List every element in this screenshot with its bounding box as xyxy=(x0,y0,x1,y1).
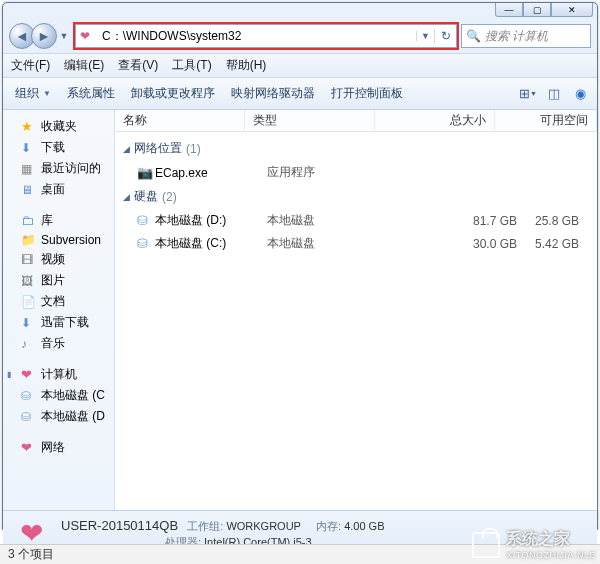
sidebar-item[interactable]: 📄文档 xyxy=(7,291,110,312)
sidebar-item-icon: 🖼 xyxy=(21,274,37,288)
maximize-button[interactable]: ▢ xyxy=(523,3,551,17)
collapse-icon: ◢ xyxy=(123,192,130,202)
explorer-window: — ▢ ✕ ◄ ► ▼ ❤ C：\WINDOWS\system32 ▼ ↻ 🔍 … xyxy=(2,2,598,530)
item-size: 81.7 GB xyxy=(397,214,517,228)
sidebar-item-label: Subversion xyxy=(41,233,101,247)
uninstall-programs-button[interactable]: 卸载或更改程序 xyxy=(125,82,221,105)
sidebar-item[interactable]: ⬇迅雷下载 xyxy=(7,312,110,333)
column-headers: 名称 类型 总大小 可用空间 xyxy=(115,110,597,132)
col-size[interactable]: 总大小 xyxy=(375,110,495,131)
address-path[interactable]: C：\WINDOWS\system32 xyxy=(100,28,416,45)
list-item[interactable]: 📷ECap.exe应用程序 xyxy=(115,161,597,184)
nav-forward-button[interactable]: ► xyxy=(31,23,57,49)
item-name: 本地磁盘 (C:) xyxy=(155,235,267,252)
menu-file[interactable]: 文件(F) xyxy=(11,57,50,74)
item-icon: 📷 xyxy=(137,165,155,180)
col-free[interactable]: 可用空间 xyxy=(495,110,597,131)
sidebar-item-icon: ⛁ xyxy=(21,410,37,424)
sidebar-item-icon: 📄 xyxy=(21,295,37,309)
sidebar-item[interactable]: ▦最近访问的 xyxy=(7,158,110,179)
titlebar: — ▢ ✕ xyxy=(3,3,597,19)
status-text: 3 个项目 xyxy=(8,546,54,563)
item-icon: ⛁ xyxy=(137,236,155,251)
organize-button[interactable]: 组织▼ xyxy=(9,82,57,105)
menu-tools[interactable]: 工具(T) xyxy=(172,57,211,74)
navbar: ◄ ► ▼ ❤ C：\WINDOWS\system32 ▼ ↻ 🔍 搜索 计算机 xyxy=(3,19,597,53)
sidebar-libraries[interactable]: 🗀库 xyxy=(7,210,110,231)
sidebar-item-label: 本地磁盘 (D xyxy=(41,408,105,425)
map-drive-button[interactable]: 映射网络驱动器 xyxy=(225,82,321,105)
sidebar-item-label: 下载 xyxy=(41,139,65,156)
sidebar-computer[interactable]: ▮❤计算机 xyxy=(7,364,110,385)
file-list: 名称 类型 总大小 可用空间 ◢网络位置 (1)📷ECap.exe应用程序◢硬盘… xyxy=(115,110,597,510)
group-title: 网络位置 xyxy=(134,140,182,157)
sidebar-item-label: 迅雷下载 xyxy=(41,314,89,331)
sidebar-item-label: 文档 xyxy=(41,293,65,310)
item-name: 本地磁盘 (D:) xyxy=(155,212,267,229)
menu-edit[interactable]: 编辑(E) xyxy=(64,57,104,74)
sidebar-item[interactable]: 🖥桌面 xyxy=(7,179,110,200)
collapse-icon: ◢ xyxy=(123,144,130,154)
address-icon: ❤ xyxy=(80,29,96,43)
item-size: 30.0 GB xyxy=(397,237,517,251)
sidebar-item[interactable]: ⛁本地磁盘 (C xyxy=(7,385,110,406)
group-count: (2) xyxy=(162,190,177,204)
statusbar: 3 个项目 xyxy=(0,544,600,564)
close-button[interactable]: ✕ xyxy=(551,3,593,17)
search-input[interactable]: 🔍 搜索 计算机 xyxy=(461,24,591,48)
sidebar-item-icon: 📁 xyxy=(21,233,37,247)
menu-help[interactable]: 帮助(H) xyxy=(226,57,267,74)
group-header[interactable]: ◢网络位置 (1) xyxy=(115,136,597,161)
sidebar-item-icon: 🖥 xyxy=(21,183,37,197)
sidebar-network[interactable]: ❤网络 xyxy=(7,437,110,458)
sidebar-item-icon: ⬇ xyxy=(21,316,37,330)
list-item[interactable]: ⛁本地磁盘 (C:)本地磁盘30.0 GB5.42 GB xyxy=(115,232,597,255)
view-options-icon[interactable]: ⊞▼ xyxy=(517,84,539,104)
sidebar-item-label: 视频 xyxy=(41,251,65,268)
sidebar-item-label: 本地磁盘 (C xyxy=(41,387,105,404)
toolbar: 组织▼ 系统属性 卸载或更改程序 映射网络驱动器 打开控制面板 ⊞▼ ◫ ◉ xyxy=(3,78,597,110)
sidebar-item[interactable]: ⛁本地磁盘 (D xyxy=(7,406,110,427)
nav-history-dropdown[interactable]: ▼ xyxy=(57,24,71,48)
sidebar: ★收藏夹 ⬇下载▦最近访问的🖥桌面 🗀库 📁Subversion🎞视频🖼图片📄文… xyxy=(3,110,115,510)
sidebar-favorites[interactable]: ★收藏夹 xyxy=(7,116,110,137)
group-header[interactable]: ◢硬盘 (2) xyxy=(115,184,597,209)
minimize-button[interactable]: — xyxy=(495,3,523,17)
sidebar-item[interactable]: 📁Subversion xyxy=(7,231,110,249)
sidebar-item-label: 桌面 xyxy=(41,181,65,198)
sidebar-item[interactable]: 🎞视频 xyxy=(7,249,110,270)
sidebar-item-label: 音乐 xyxy=(41,335,65,352)
group-count: (1) xyxy=(186,142,201,156)
menubar: 文件(F) 编辑(E) 查看(V) 工具(T) 帮助(H) xyxy=(3,53,597,78)
group-title: 硬盘 xyxy=(134,188,158,205)
item-free: 25.8 GB xyxy=(517,214,589,228)
explorer-body: ★收藏夹 ⬇下载▦最近访问的🖥桌面 🗀库 📁Subversion🎞视频🖼图片📄文… xyxy=(3,110,597,510)
sidebar-item-icon: ♪ xyxy=(21,337,37,351)
sidebar-item[interactable]: 🖼图片 xyxy=(7,270,110,291)
menu-view[interactable]: 查看(V) xyxy=(118,57,158,74)
item-type: 应用程序 xyxy=(267,164,397,181)
col-type[interactable]: 类型 xyxy=(245,110,375,131)
control-panel-button[interactable]: 打开控制面板 xyxy=(325,82,409,105)
address-dropdown[interactable]: ▼ xyxy=(416,31,434,41)
sidebar-item-icon: ⬇ xyxy=(21,141,37,155)
address-bar[interactable]: ❤ C：\WINDOWS\system32 ▼ ↻ xyxy=(75,24,457,48)
system-properties-button[interactable]: 系统属性 xyxy=(61,82,121,105)
search-placeholder: 搜索 计算机 xyxy=(485,28,548,45)
help-icon[interactable]: ◉ xyxy=(569,84,591,104)
sidebar-item-label: 图片 xyxy=(41,272,65,289)
preview-pane-icon[interactable]: ◫ xyxy=(543,84,565,104)
refresh-button[interactable]: ↻ xyxy=(434,29,456,43)
item-name: ECap.exe xyxy=(155,166,267,180)
details-name: USER-20150114QB xyxy=(61,518,178,533)
item-free: 5.42 GB xyxy=(517,237,589,251)
item-type: 本地磁盘 xyxy=(267,212,397,229)
sidebar-item-label: 最近访问的 xyxy=(41,160,101,177)
sidebar-item-icon: ▦ xyxy=(21,162,37,176)
sidebar-item[interactable]: ⬇下载 xyxy=(7,137,110,158)
item-icon: ⛁ xyxy=(137,213,155,228)
col-name[interactable]: 名称 xyxy=(115,110,245,131)
list-item[interactable]: ⛁本地磁盘 (D:)本地磁盘81.7 GB25.8 GB xyxy=(115,209,597,232)
sidebar-item[interactable]: ♪音乐 xyxy=(7,333,110,354)
search-icon: 🔍 xyxy=(466,29,481,43)
